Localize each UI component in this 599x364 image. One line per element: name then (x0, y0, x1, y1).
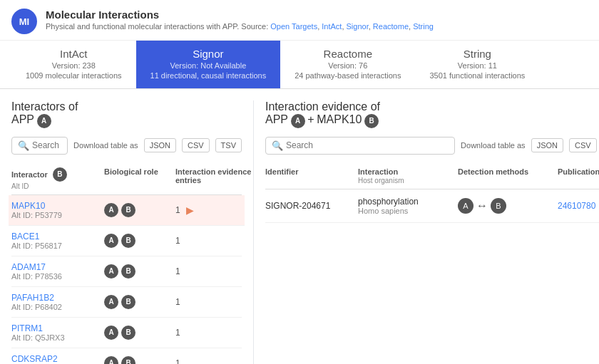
badge-a: A (104, 295, 118, 309)
interactor-name[interactable]: PAFAH1B2 (11, 293, 104, 303)
interaction-cell: phosphorylation Homo sapiens (358, 197, 458, 215)
interactor-name[interactable]: ADAM17 (11, 262, 104, 272)
interactor-id: Alt ID: P68402 (11, 303, 104, 311)
source-link-opentargets[interactable]: Open Targets (270, 22, 317, 31)
right-table-row: SIGNOR-204671 phosphorylation Homo sapie… (265, 189, 599, 223)
interactor-id: Alt ID: P78536 (11, 272, 104, 281)
col-header-interaction: Interaction Host organism (358, 167, 458, 184)
col-header-bio-role: Biological role (104, 167, 175, 190)
table-row[interactable]: BACE1 Alt ID: P56817 A B 1 (11, 226, 242, 256)
source-link-signor[interactable]: Signor (347, 22, 369, 31)
interactor-cell: BACE1 Alt ID: P56817 (11, 232, 104, 250)
right-search-input[interactable] (286, 140, 449, 150)
left-json-button[interactable]: JSON (144, 138, 176, 152)
interactor-id: Alt ID: Q5JRX3 (11, 333, 104, 342)
interactor-cell: CDKSRAP2 Alt ID: Q96SN8 (11, 354, 104, 365)
badge-b: B (121, 326, 135, 340)
tab-reactome[interactable]: Reactome Version: 76 24 pathway-based in… (280, 41, 415, 88)
right-panel-gene-b: MAPK10 (317, 113, 362, 125)
left-panel-title-row: Interactors of APP A (11, 100, 242, 128)
col-header-badge-b: B (53, 167, 67, 182)
left-search-input[interactable] (32, 140, 61, 150)
left-panel-title: Interactors of (11, 100, 78, 113)
right-panel-gene-a: APP (265, 113, 288, 125)
tab-bar: IntAct Version: 238 1009 molecular inter… (0, 41, 599, 89)
search-icon: 🔍 (18, 140, 29, 151)
interactor-name[interactable]: PITRM1 (11, 323, 104, 333)
table-row[interactable]: PAFAH1B2 Alt ID: P68402 A B 1 (11, 287, 242, 318)
arrow-icon: ↔ (476, 199, 488, 212)
badge-a: A (104, 203, 118, 217)
left-tsv-button[interactable]: TSV (215, 138, 242, 152)
detection-badge-b: B (491, 198, 506, 214)
interactor-name[interactable]: MAPK10 (11, 201, 104, 211)
source-link-string[interactable]: String (413, 22, 434, 31)
right-json-button[interactable]: JSON (531, 138, 563, 152)
table-row[interactable]: CDKSRAP2 Alt ID: Q96SN8 A B 1 (11, 348, 242, 365)
interactor-name[interactable]: BACE1 (11, 232, 104, 241)
bio-role-cell: A B (104, 203, 175, 217)
table-row[interactable]: ADAM17 Alt ID: P78536 A B 1 (11, 256, 242, 287)
col-header-evidence: Interaction evidence entries (175, 167, 254, 190)
tab-intact[interactable]: IntAct Version: 238 1009 molecular inter… (11, 41, 136, 88)
left-download-label: Download table as (73, 141, 138, 150)
left-table-header: Interactor B Alt ID Biological role Inte… (11, 163, 242, 195)
evidence-cell: 1 (175, 328, 254, 338)
bio-role-cell: A B (104, 234, 175, 248)
badge-a: A (104, 264, 118, 279)
page-header: MI Molecular Interactions Physical and f… (0, 0, 599, 41)
right-csv-button[interactable]: CSV (569, 138, 597, 152)
badge-b: B (121, 356, 135, 365)
badge-b: B (121, 234, 135, 248)
evidence-cell: 1 (175, 236, 254, 246)
evidence-cell: 1 ▶ (175, 204, 254, 216)
interactor-cell: PAFAH1B2 Alt ID: P68402 (11, 293, 104, 311)
interactor-id: Alt ID: P53779 (11, 211, 104, 219)
plus-sign: + (307, 113, 314, 125)
identifier-cell: SIGNOR-204671 (265, 201, 358, 211)
table-row[interactable]: MAPK10 Alt ID: P53779 A B 1 ▶ (9, 195, 245, 226)
badge-a: A (104, 326, 118, 340)
tab-string[interactable]: String Version: 11 3501 functional inter… (415, 41, 539, 88)
right-panel-title: Interaction evidence of (265, 100, 380, 113)
badge-a: A (104, 356, 118, 365)
interactor-cell: MAPK10 Alt ID: P53779 (11, 201, 104, 219)
interactor-name[interactable]: CDKSRAP2 (11, 354, 104, 364)
source-link-intact[interactable]: IntAct (322, 22, 342, 31)
right-search-box[interactable]: 🔍 (265, 137, 455, 155)
search-icon: 🔍 (272, 140, 283, 151)
badge-a: A (104, 234, 118, 248)
evidence-cell: 1 (175, 266, 254, 276)
bio-role-cell: A B (104, 326, 175, 340)
bio-role-cell: A B (104, 295, 175, 309)
main-content: Interactors of APP A 🔍 Download table as… (0, 89, 599, 364)
interactor-id: Alt ID: P56817 (11, 241, 104, 250)
tab-signor[interactable]: Signor Version: Not Available 11 directi… (136, 41, 281, 88)
right-panel-title-row: Interaction evidence of APP A + MAPK10 B (265, 100, 599, 128)
right-panel-badge-a: A (291, 114, 305, 128)
bio-role-cell: A B (104, 264, 175, 279)
right-table-header: Identifier Interaction Host organism Det… (265, 163, 599, 189)
right-table: Identifier Interaction Host organism Det… (265, 163, 599, 223)
left-toolbar: 🔍 Download table as JSON CSV TSV (11, 137, 242, 155)
row-arrow-icon: ▶ (186, 204, 194, 216)
interactor-cell: ADAM17 Alt ID: P78536 (11, 262, 104, 281)
right-panel: Interaction evidence of APP A + MAPK10 B… (254, 100, 599, 364)
detection-cell: A ↔ B (458, 198, 558, 214)
app-logo: MI (11, 9, 37, 34)
publication-link[interactable]: 24610780 (558, 201, 595, 211)
left-panel: Interactors of APP A 🔍 Download table as… (11, 100, 254, 364)
table-row[interactable]: PITRM1 Alt ID: Q5JRX3 A B 1 (11, 318, 242, 348)
col-header-interactor: Interactor B Alt ID (11, 167, 104, 190)
badge-b: B (121, 264, 135, 279)
left-search-box[interactable]: 🔍 (11, 137, 68, 155)
header-subtitle: Physical and functional molecular intera… (46, 22, 434, 31)
right-panel-badge-b: B (364, 114, 379, 128)
badge-b: B (121, 203, 135, 217)
left-table: Interactor B Alt ID Biological role Inte… (11, 163, 242, 365)
source-link-reactome[interactable]: Reactome (373, 22, 409, 31)
col-header-detection: Detection methods (458, 167, 558, 184)
left-csv-button[interactable]: CSV (182, 138, 210, 152)
evidence-cell: 1 (175, 297, 254, 307)
right-toolbar: 🔍 Download table as JSON CSV TSV (265, 137, 599, 155)
